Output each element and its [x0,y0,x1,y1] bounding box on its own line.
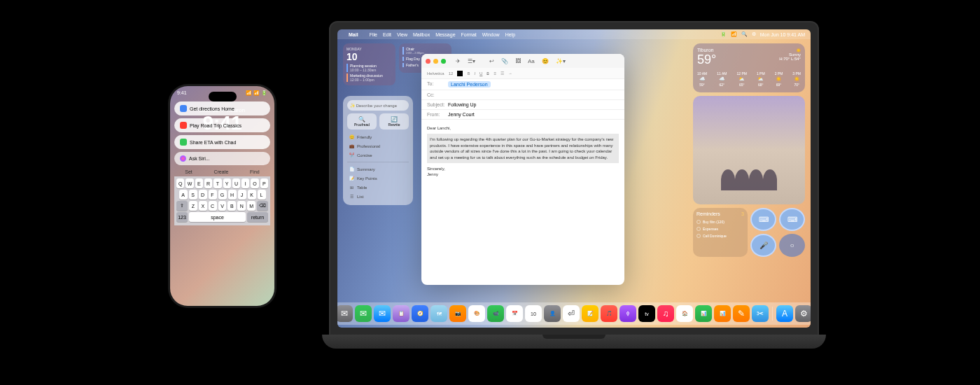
emoji-icon[interactable]: 😊 [542,58,549,64]
siri-input[interactable]: Ask Siri... [174,152,270,165]
proofread-button[interactable]: 🔍Proofread [347,113,377,130]
dock[interactable]: ☺✉✉✉📋🧭🗺📷🎨📹📅10👤⏎📝🎵🎙tv♫🏠📊📊✎✂A⚙🗑 [337,302,811,325]
key[interactable]: V [218,201,227,211]
close-button[interactable] [426,59,430,64]
wifi-icon[interactable]: 📶 [731,31,737,37]
key[interactable]: A [179,190,188,200]
reminder-checkbox[interactable] [696,227,701,231]
reminder-item[interactable]: Expenses [696,225,744,232]
writing-tools-panel[interactable]: ✨ Describe your change 🔍Proofread 🔄Rewri… [343,96,413,205]
menu-item[interactable]: File [370,32,377,37]
key[interactable]: B [227,201,236,211]
dock-app-icon[interactable]: ✂ [752,305,769,322]
key[interactable]: W [186,178,193,188]
key[interactable]: P [260,178,268,188]
writing-action-option[interactable]: ⊞Table [347,183,409,192]
key[interactable]: C [209,201,217,211]
key[interactable]: M [247,201,255,211]
zoom-button[interactable] [441,59,446,64]
dock-app-icon[interactable]: 🗺 [430,305,447,322]
key[interactable]: R [204,178,212,188]
weather-widget[interactable]: Tiburon 59° ☀️ Sunny H:70° L:54° 10 AM☁️… [693,43,805,92]
menu-item[interactable]: View [397,32,407,37]
strike-icon[interactable]: S̶ [486,71,489,76]
bold-icon[interactable]: B [467,71,470,76]
dock-app-icon[interactable]: 📊 [714,305,731,322]
dock-app-icon[interactable]: 📋 [393,305,410,322]
menubar-datetime[interactable]: Mon Jun 10 9:41 AM [760,32,805,37]
dock-app-icon[interactable]: ✎ [733,305,750,322]
menu-item[interactable]: Mailbox [413,32,430,37]
mail-to-field[interactable]: To: Lanchi Pederson [421,79,624,90]
siri-suggestion[interactable]: Get directions Home [174,102,270,115]
key[interactable]: F [209,190,217,200]
key[interactable]: Q [176,178,184,188]
menubar[interactable]: Mail FileEditViewMailboxMessageFormatWin… [337,29,811,39]
attach-icon[interactable]: 📎 [501,58,508,64]
dock-app-icon[interactable]: 🎨 [468,305,485,322]
control-center-icon[interactable]: ⚙ [752,31,756,37]
menu-item[interactable]: Message [435,32,455,37]
dock-app-icon[interactable]: ⏎ [563,305,580,322]
color-swatch[interactable] [457,71,463,76]
siri-suggestion[interactable]: Share ETA with Chad [174,135,270,149]
reminder-item[interactable]: Call Dominique [696,232,744,239]
keyboard-suggestions[interactable]: Set Create Find [174,167,270,176]
reminder-checkbox[interactable] [696,234,701,238]
key[interactable]: K [248,190,256,200]
key[interactable]: G [218,190,227,200]
dock-app-icon[interactable]: 🎵 [601,305,617,322]
italic-icon[interactable]: I [474,71,475,76]
menu-item[interactable]: Window [482,32,500,37]
dock-app-icon[interactable]: 👤 [544,305,561,322]
control-button-1[interactable]: ⌨ [750,208,776,231]
key[interactable]: T [214,178,221,188]
key[interactable]: U [232,178,240,188]
header-icon[interactable]: ☰▾ [468,58,475,64]
battery-icon[interactable]: 🔋 [720,31,727,37]
key[interactable]: L [258,190,266,200]
font-format-icon[interactable]: Aa [528,58,535,64]
app-menu[interactable]: Mail [349,32,358,37]
shift-key[interactable]: ⇧ [176,201,188,211]
return-key[interactable]: return [247,212,268,222]
minimize-button[interactable] [433,59,438,64]
photos-widget[interactable] [693,96,805,204]
key[interactable]: H [228,190,237,200]
writing-tools-icon[interactable]: ✨▾ [556,58,566,64]
reminder-checkbox[interactable] [696,220,701,224]
search-icon[interactable]: 🔍 [741,31,748,37]
mail-format-bar[interactable]: Helvetica 12 B I U S̶ ≡ ☰ → [421,68,624,79]
writing-action-option[interactable]: 📝Key Points [347,174,409,183]
kbd-suggestion[interactable]: Find [250,169,260,174]
key[interactable]: S [189,190,197,200]
kbd-suggestion[interactable]: Create [214,169,228,174]
font-name[interactable]: Helvetica [427,71,444,76]
dock-app-icon[interactable]: tv [638,305,655,322]
list-icon[interactable]: ☰ [500,71,504,76]
key[interactable]: N [237,201,246,211]
menu-item[interactable]: Format [461,32,477,37]
writing-style-option[interactable]: 💼Professional [347,141,409,150]
align-icon[interactable]: ≡ [493,71,496,76]
font-size[interactable]: 12 [449,71,454,76]
dock-app-icon[interactable]: 📝 [582,305,598,322]
calendar-event[interactable]: Marketing discussion12:00 – 1:00pm [346,74,392,82]
dock-app-icon[interactable]: 🧭 [412,305,428,322]
key[interactable]: E [195,178,203,188]
delete-key[interactable]: ⌫ [257,201,268,211]
kbd-suggestion[interactable]: Set [185,169,192,174]
key[interactable]: I [241,178,249,188]
dock-app-icon[interactable]: ♫ [657,305,674,322]
dock-app-icon[interactable]: ⚙ [795,305,811,322]
num-key[interactable]: 123 [176,212,188,222]
send-icon[interactable]: ✈ [456,58,461,64]
dock-app-icon[interactable]: 🎙 [620,305,636,322]
mail-from-field[interactable]: From: Jenny Court [421,110,624,120]
dock-app-icon[interactable]: 📊 [695,305,712,322]
calendar-widget[interactable]: MONDAY 10 Planning session10:00 – 11:30a… [343,43,396,85]
mail-titlebar[interactable]: ✈ ☰▾ ↩ 📎 🖼 Aa 😊 ✨▾ [421,54,624,68]
menu-item[interactable]: Help [505,32,515,37]
key[interactable]: Z [189,201,197,211]
recipient-token[interactable]: Lanchi Pederson [448,81,491,88]
